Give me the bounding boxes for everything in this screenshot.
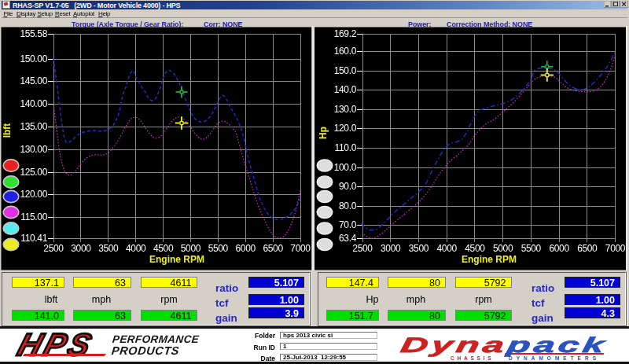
- svg-text:3500: 3500: [98, 243, 119, 254]
- svg-text:5500: 5500: [208, 243, 229, 254]
- svg-text:110.41: 110.41: [20, 233, 47, 244]
- svg-text:150.0: 150.0: [334, 65, 357, 76]
- svg-text:Engine RPM: Engine RPM: [149, 254, 204, 265]
- svg-text:6500: 6500: [577, 243, 598, 254]
- svg-text:3500: 3500: [409, 243, 429, 254]
- svg-text:120.0: 120.0: [334, 123, 357, 134]
- svg-text:130.0: 130.0: [334, 104, 357, 115]
- svg-text:115.00: 115.00: [20, 211, 47, 222]
- svg-text:lbft: lbft: [2, 123, 13, 138]
- svg-text:140.0: 140.0: [334, 84, 357, 95]
- svg-text:4500: 4500: [153, 243, 174, 254]
- svg-text:Hp: Hp: [318, 127, 329, 139]
- svg-text:4500: 4500: [465, 243, 485, 254]
- svg-text:7000: 7000: [290, 243, 311, 254]
- svg-text:145.00: 145.00: [20, 75, 47, 86]
- svg-text:120.00: 120.00: [20, 189, 47, 200]
- svg-text:70.0: 70.0: [339, 219, 357, 230]
- svg-text:80.0: 80.0: [339, 200, 357, 211]
- svg-text:125.00: 125.00: [20, 167, 47, 178]
- svg-text:4000: 4000: [126, 243, 146, 254]
- svg-text:2500: 2500: [43, 243, 64, 254]
- svg-text:5000: 5000: [493, 243, 513, 254]
- svg-text:5500: 5500: [521, 243, 542, 254]
- svg-text:2500: 2500: [352, 243, 373, 254]
- svg-text:160.0: 160.0: [334, 46, 357, 57]
- svg-text:100.0: 100.0: [334, 162, 357, 173]
- svg-text:110.0: 110.0: [335, 142, 357, 153]
- svg-text:7000: 7000: [605, 243, 626, 254]
- svg-text:4000: 4000: [437, 243, 458, 254]
- svg-text:3000: 3000: [381, 243, 401, 254]
- svg-text:6000: 6000: [236, 243, 256, 254]
- svg-text:5000: 5000: [181, 243, 201, 254]
- svg-text:155.58: 155.58: [20, 28, 47, 39]
- svg-text:140.00: 140.00: [20, 98, 47, 109]
- svg-text:90.0: 90.0: [339, 181, 357, 192]
- svg-text:169.2: 169.2: [334, 28, 357, 39]
- svg-text:6500: 6500: [263, 243, 283, 254]
- svg-text:150.00: 150.00: [20, 53, 47, 64]
- svg-text:63.4: 63.4: [339, 233, 357, 244]
- svg-text:3000: 3000: [71, 243, 91, 254]
- svg-text:Engine RPM: Engine RPM: [462, 254, 517, 265]
- svg-text:130.00: 130.00: [20, 144, 47, 155]
- svg-text:135.00: 135.00: [20, 121, 47, 132]
- svg-text:6000: 6000: [549, 243, 569, 254]
